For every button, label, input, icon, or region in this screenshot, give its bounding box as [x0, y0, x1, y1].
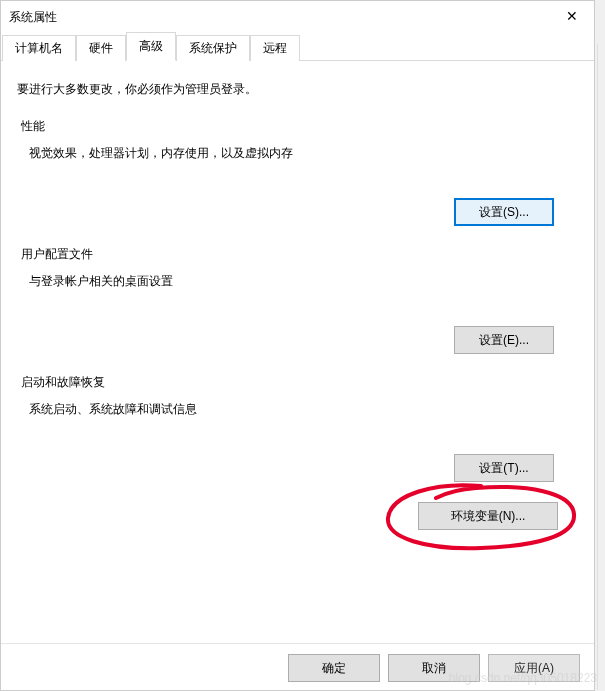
group-startup-desc: 系统启动、系统故障和调试信息: [29, 401, 574, 418]
admin-instruction: 要进行大多数更改，你必须作为管理员登录。: [17, 81, 578, 98]
userprofile-settings-button[interactable]: 设置(E)...: [454, 326, 554, 354]
group-startup: 启动和故障恢复 系统启动、系统故障和调试信息 设置(T)...: [17, 374, 578, 482]
tab-system-protection[interactable]: 系统保护: [176, 35, 250, 61]
dialog-footer-buttons: 确定 取消 应用(A): [288, 654, 580, 682]
group-performance-title: 性能: [21, 118, 574, 135]
titlebar: 系统属性 ✕: [1, 1, 594, 33]
group-userprofile-desc: 与登录帐户相关的桌面设置: [29, 273, 574, 290]
system-properties-dialog: 系统属性 ✕ 计算机名 硬件 高级 系统保护 远程 要进行大多数更改，你必须作为…: [0, 0, 595, 691]
cancel-button[interactable]: 取消: [388, 654, 480, 682]
apply-button[interactable]: 应用(A): [488, 654, 580, 682]
tab-hardware[interactable]: 硬件: [76, 35, 126, 61]
close-icon: ✕: [566, 8, 578, 24]
startup-settings-button[interactable]: 设置(T)...: [454, 454, 554, 482]
ok-button[interactable]: 确定: [288, 654, 380, 682]
performance-settings-button[interactable]: 设置(S)...: [454, 198, 554, 226]
window-title: 系统属性: [9, 9, 57, 26]
env-variables-row: 环境变量(N)...: [17, 502, 578, 530]
group-performance: 性能 视觉效果，处理器计划，内存使用，以及虚拟内存 设置(S)...: [17, 118, 578, 226]
group-performance-desc: 视觉效果，处理器计划，内存使用，以及虚拟内存: [29, 145, 574, 162]
tab-remote[interactable]: 远程: [250, 35, 300, 61]
close-button[interactable]: ✕: [549, 1, 594, 31]
tab-strip: 计算机名 硬件 高级 系统保护 远程: [1, 35, 594, 61]
environment-variables-button[interactable]: 环境变量(N)...: [418, 502, 558, 530]
footer-divider: [1, 643, 594, 644]
tabs-container: 计算机名 硬件 高级 系统保护 远程: [1, 33, 594, 61]
group-userprofile-title: 用户配置文件: [21, 246, 574, 263]
tab-computer-name[interactable]: 计算机名: [2, 35, 76, 61]
tab-advanced[interactable]: 高级: [126, 32, 176, 61]
group-startup-title: 启动和故障恢复: [21, 374, 574, 391]
background-edge: [597, 44, 605, 690]
tab-content-advanced: 要进行大多数更改，你必须作为管理员登录。 性能 视觉效果，处理器计划，内存使用，…: [1, 61, 594, 542]
group-userprofile: 用户配置文件 与登录帐户相关的桌面设置 设置(E)...: [17, 246, 578, 354]
